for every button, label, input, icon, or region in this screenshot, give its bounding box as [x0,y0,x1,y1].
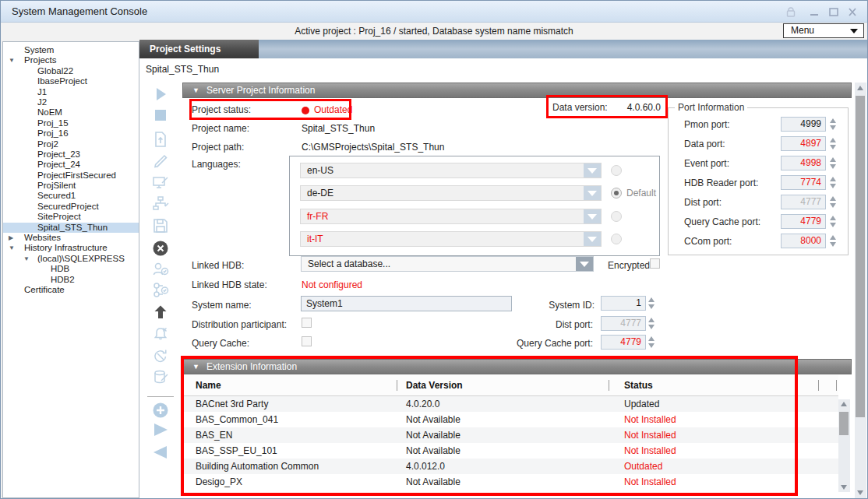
edit-database-icon[interactable] [151,368,170,387]
default-language-radio-it-it[interactable] [611,234,622,244]
dist-port-spinner[interactable] [647,316,656,331]
default-language-radio-de-de[interactable] [611,188,622,199]
language-dropdown-de-de[interactable]: de-DE [300,185,602,201]
ccom-port-input[interactable]: 8000 [781,234,826,248]
tree-item-proj-15[interactable]: Proj_15 [3,118,139,128]
tree-item-hdb[interactable]: HDB [3,264,139,274]
stop-icon[interactable] [151,106,170,125]
content-scrollbar[interactable] [855,83,866,498]
scroll-up-icon[interactable] [841,402,847,406]
menu-dropdown[interactable]: Menu [783,23,864,38]
tree-item-system[interactable]: System [3,45,139,55]
tree-item-proj-16[interactable]: Proj_16 [3,128,139,139]
tree-item-websites[interactable]: ▶Websites [3,233,139,243]
tree-item-hdb2[interactable]: HDB2 [3,275,139,285]
expand-icon[interactable]: ▼ [23,254,30,264]
tree-item-projects[interactable]: ▼Projects [3,55,139,65]
scroll-up-icon[interactable] [857,86,863,90]
server-project-information-header[interactable]: ▼ Server Project Information [182,83,852,98]
pi-dist-port-spinner[interactable] [829,195,838,209]
history-off-icon[interactable] [151,346,170,365]
column-data-version[interactable]: Data Version [406,375,463,396]
tree-item-projsilent[interactable]: ProjSilent [3,181,139,191]
edit-project-icon[interactable] [151,173,170,192]
language-dropdown-it-it[interactable]: it-IT [300,231,602,247]
scroll-down-icon[interactable] [841,485,847,490]
chevron-down-icon[interactable] [584,163,601,177]
query-cache-port-spinner[interactable] [647,335,656,350]
default-language-radio-en-us[interactable] [611,165,622,176]
tree-item-spital-sts-thun[interactable]: Spital_STS_Thun [3,223,139,233]
tree-item-siteproject[interactable]: SiteProject [3,212,139,222]
tree-item-j1[interactable]: J1 [3,87,139,97]
tree-item-global22[interactable]: Global22 [3,66,139,76]
forward-icon[interactable] [151,420,170,439]
pi-query-cache-port-input[interactable]: 4779 [781,214,826,229]
expand-icon[interactable]: ▼ [9,55,15,65]
hdb-reader-port-input[interactable]: 7774 [781,175,826,190]
table-row[interactable]: BAS_SSP_EU_101 Not Available Not Install… [182,443,838,459]
table-row[interactable]: BAS_EN Not Available Not Installed [182,427,838,443]
system-name-input[interactable]: System1 [301,296,512,311]
chevron-down-icon[interactable] [584,186,601,200]
tree-item-local-sqlexpress[interactable]: ▼(local)\SQLEXPRESS [3,254,139,264]
system-id-spinner[interactable] [647,296,656,311]
pmon-port-spinner[interactable] [829,117,838,132]
default-language-radio-fr-fr[interactable] [611,211,622,222]
back-icon[interactable] [151,443,170,462]
event-port-spinner[interactable] [829,156,838,170]
tree-item-ibaseproject[interactable]: IbaseProject [3,76,139,86]
add-icon[interactable] [151,401,170,420]
expand-icon[interactable]: ▶ [9,233,13,243]
query-cache-port-input[interactable]: 4779 [601,335,646,350]
tab-project-settings[interactable]: Project Settings [139,40,259,58]
ccom-port-spinner[interactable] [829,234,838,248]
notifications-off-icon[interactable] [151,325,170,343]
chevron-down-icon[interactable] [584,209,601,223]
tree-item-certificate[interactable]: Certificate [3,285,139,295]
tree-item-project-24[interactable]: Project_24 [3,160,139,170]
tree-item-history-infrastructure[interactable]: ▼History Infrastructure [3,243,139,253]
tree-item-secured1[interactable]: Secured1 [3,191,139,201]
tree-item-project-23[interactable]: Project_23 [3,149,139,160]
table-row[interactable]: BAS_Common_041 Not Available Not Install… [182,412,838,427]
pi-query-cache-port-spinner[interactable] [829,214,838,229]
tree-item-proj2[interactable]: Proj2 [3,139,139,149]
edit-pen-icon[interactable] [151,152,170,170]
tree-item-j2[interactable]: J2 [3,97,139,107]
expand-icon[interactable]: ▼ [9,243,15,253]
distribution-participant-checkbox[interactable] [302,318,312,328]
column-name[interactable]: Name [196,375,221,396]
network-check-icon[interactable] [151,281,170,300]
linked-hdb-dropdown[interactable]: Select a database... [301,256,594,272]
scrollbar-thumb[interactable] [856,96,865,417]
close-button[interactable] [846,6,859,18]
data-port-spinner[interactable] [829,136,838,151]
pmon-port-input[interactable]: 4999 [781,117,826,132]
scroll-down-icon[interactable] [857,490,863,495]
table-row[interactable]: BACnet 3rd Party 4.0.20.0 Updated [182,396,838,412]
edit-distribution-icon[interactable] [151,195,170,213]
user-check-icon[interactable] [151,260,170,279]
tree-item-noem[interactable]: NoEM [3,107,139,118]
language-dropdown-en-us[interactable]: en-US [300,163,602,178]
remove-icon[interactable] [151,239,170,258]
column-status[interactable]: Status [624,375,653,396]
language-dropdown-fr-fr[interactable]: fr-FR [300,209,602,224]
data-port-input[interactable]: 4897 [781,136,826,151]
restore-project-icon[interactable] [151,130,170,149]
dist-port-input[interactable]: 4777 [601,316,646,331]
table-row[interactable]: Building Automation Common 4.0.012.0 Out… [182,459,838,474]
scrollbar-thumb[interactable] [839,412,849,435]
maximize-button[interactable] [827,6,840,18]
extension-information-header[interactable]: ▼ Extension Information [182,359,852,374]
pi-dist-port-input[interactable]: 4777 [781,195,826,209]
query-cache-checkbox[interactable] [302,336,312,346]
collapse-icon[interactable]: ▼ [192,360,199,374]
extension-table-scrollbar[interactable] [838,399,850,492]
save-icon[interactable] [151,216,170,235]
start-icon[interactable] [151,85,170,104]
encrypted-checkbox[interactable] [650,258,660,269]
chevron-down-icon[interactable] [584,232,601,246]
system-id-input[interactable]: 1 [601,296,646,311]
